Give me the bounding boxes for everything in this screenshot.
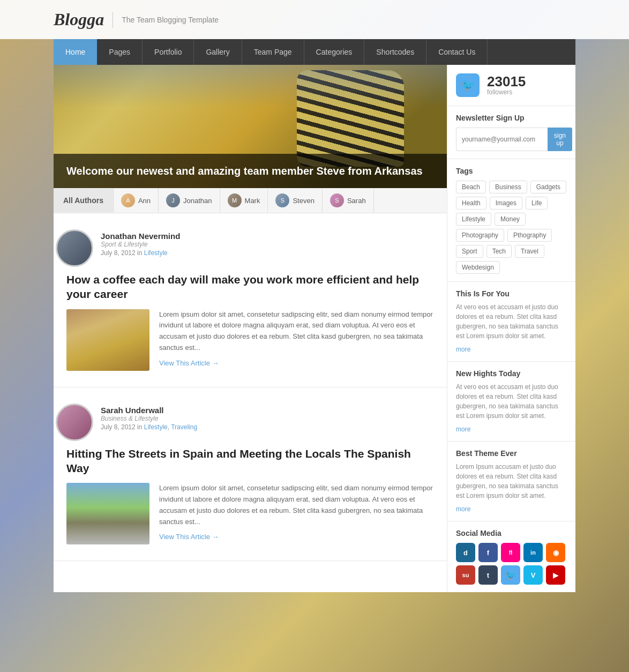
sidebar-post-2-more[interactable]: more xyxy=(456,425,470,433)
social-icon-tumblr[interactable]: t xyxy=(478,565,498,585)
content-area: Welcome our newest and amazing team memb… xyxy=(54,65,447,592)
social-icon-rss[interactable]: ◉ xyxy=(546,543,565,562)
social-title: Social Media xyxy=(456,529,567,537)
sidebar-post-1-more[interactable]: more xyxy=(456,346,470,353)
article-1-title: How a coffee each day will make you work… xyxy=(66,272,434,302)
site-tagline: The Team Blogging Template xyxy=(122,16,219,24)
tags-container: Beach Business Gadgets Health Images Lif… xyxy=(456,181,567,274)
avatar-ann: A xyxy=(121,193,135,207)
tags-section: Tags Beach Business Gadgets Health Image… xyxy=(447,159,575,282)
article-2-meta: July 8, 2012 in Lifestyle, Traveling xyxy=(101,423,197,431)
social-icon-flickr[interactable]: fl xyxy=(501,543,520,562)
tag-tech[interactable]: Tech xyxy=(486,245,512,258)
article-2: Sarah Underwall Business & Lifestyle Jul… xyxy=(54,387,447,562)
sidebar-post-1: This Is For You At vero eos et accusam e… xyxy=(447,282,575,362)
social-icon-youtube[interactable]: ▶ xyxy=(546,565,565,585)
tag-business[interactable]: Business xyxy=(489,181,527,193)
main-nav: Home Pages Portfolio Gallery Team Page C… xyxy=(54,39,575,65)
hero-banner: Welcome our newest and amazing team memb… xyxy=(54,65,447,188)
social-icon-linkedin[interactable]: in xyxy=(523,543,543,562)
article-1-avatar xyxy=(56,229,93,267)
nav-contact-us[interactable]: Contact Us xyxy=(426,39,488,65)
sidebar-post-1-text: At vero eos et accusam et justo duo dolo… xyxy=(456,302,567,341)
sidebar-post-3: Best Theme Ever Lorem Ipsum accusam et j… xyxy=(447,442,575,521)
tag-pthography[interactable]: Pthography xyxy=(507,229,552,242)
social-icon-twitter[interactable]: 🐦 xyxy=(501,565,520,585)
article-1-author-role: Sport & Lifestyle xyxy=(101,241,180,248)
avatar-sarah: S xyxy=(330,193,344,207)
newsletter-title: Newsletter Sign Up xyxy=(456,114,567,122)
tag-photography[interactable]: Photography xyxy=(456,229,504,242)
article-1-thumbnail xyxy=(66,309,149,371)
article-2-category2[interactable]: Traveling xyxy=(171,423,197,431)
tag-life[interactable]: Life xyxy=(526,197,548,210)
newsletter-button[interactable]: sign up xyxy=(548,128,572,151)
social-section: Social Media d f fl in ◉ su t 🐦 V ▶ xyxy=(447,521,575,592)
article-2-title: Hitting The Streets in Spain and Meeting… xyxy=(66,446,434,476)
social-icons: d f fl in ◉ su t 🐦 V ▶ xyxy=(456,543,567,585)
article-2-thumbnail xyxy=(66,483,149,544)
article-1-meta: July 8, 2012 in Lifestyle xyxy=(101,249,180,257)
article-1-excerpt: Lorem ipsum dolor sit amet, consetetur s… xyxy=(159,309,434,354)
newsletter-input[interactable] xyxy=(456,128,548,151)
header-divider xyxy=(113,12,113,28)
sidebar-post-2-title: New Hights Today xyxy=(456,369,567,378)
article-2-category[interactable]: Lifestyle xyxy=(144,423,168,431)
twitter-count: 23015 xyxy=(487,74,526,88)
hero-caption: Welcome our newest and amazing team memb… xyxy=(54,154,447,188)
avatar-jonathan: J xyxy=(166,193,180,207)
twitter-widget: 🐦 23015 followers xyxy=(447,65,575,106)
newsletter-section: Newsletter Sign Up sign up xyxy=(447,106,575,159)
social-icon-vimeo[interactable]: V xyxy=(523,565,543,585)
avatar-mark: M xyxy=(228,193,242,207)
nav-team-page[interactable]: Team Page xyxy=(242,39,304,65)
author-tab-steven[interactable]: S Steven xyxy=(268,188,322,213)
social-icon-digg[interactable]: d xyxy=(456,543,475,562)
sidebar-post-2: New Hights Today At vero eos et accusam … xyxy=(447,362,575,442)
twitter-icon: 🐦 xyxy=(456,73,480,97)
social-icon-facebook[interactable]: f xyxy=(478,543,498,562)
sidebar-post-2-text: At vero eos et accusam et justo duo dolo… xyxy=(456,382,567,421)
article-2-excerpt: Lorem ipsum dolor sit amet, consetetur s… xyxy=(159,483,434,527)
nav-portfolio[interactable]: Portfolio xyxy=(143,39,194,65)
article-2-author-role: Business & Lifestyle xyxy=(101,415,197,422)
sidebar-post-3-title: Best Theme Ever xyxy=(456,449,567,458)
article-2-author-name: Sarah Underwall xyxy=(101,406,197,415)
article-2-view-link[interactable]: View This Article → xyxy=(159,533,219,541)
author-bar: All Authors A Ann J Jonathan M Mark S St… xyxy=(54,188,447,213)
article-1: Jonathan Nevermind Sport & Lifestyle Jul… xyxy=(54,213,447,387)
tag-health[interactable]: Health xyxy=(456,197,486,210)
tag-sport[interactable]: Sport xyxy=(456,245,483,258)
article-2-avatar xyxy=(56,404,93,441)
sidebar-post-3-more[interactable]: more xyxy=(456,505,470,513)
tag-webdesign[interactable]: Webdesign xyxy=(456,261,500,274)
tag-money[interactable]: Money xyxy=(495,213,526,226)
tag-lifestyle[interactable]: Lifestyle xyxy=(456,213,491,226)
article-1-view-link[interactable]: View This Article → xyxy=(159,359,219,367)
author-tab-sarah[interactable]: S Sarah xyxy=(323,188,374,213)
author-tab-jonathan[interactable]: J Jonathan xyxy=(159,188,220,213)
avatar-steven: S xyxy=(275,193,289,207)
tag-gadgets[interactable]: Gadgets xyxy=(530,181,566,193)
nav-home[interactable]: Home xyxy=(54,39,97,65)
site-header: Blogga The Team Blogging Template xyxy=(0,0,629,39)
twitter-label: followers xyxy=(487,88,526,96)
tag-images[interactable]: Images xyxy=(490,197,522,210)
author-tab-ann[interactable]: A Ann xyxy=(114,188,159,213)
nav-categories[interactable]: Categories xyxy=(304,39,365,65)
article-1-author-name: Jonathan Nevermind xyxy=(101,232,180,241)
site-logo: Blogga xyxy=(54,10,104,29)
newsletter-form: sign up xyxy=(456,128,567,151)
sidebar-post-3-text: Lorem Ipsum accusam et justo duo dolores… xyxy=(456,462,567,501)
tag-travel[interactable]: Travel xyxy=(515,245,544,258)
sidebar: 🐦 23015 followers Newsletter Sign Up sig… xyxy=(447,65,575,592)
all-authors-tab[interactable]: All Authors xyxy=(54,189,114,212)
nav-pages[interactable]: Pages xyxy=(97,39,143,65)
article-1-category[interactable]: Lifestyle xyxy=(144,249,168,257)
social-icon-stumbleupon[interactable]: su xyxy=(456,565,475,585)
main-container: Welcome our newest and amazing team memb… xyxy=(54,65,575,592)
nav-shortcodes[interactable]: Shortcodes xyxy=(364,39,426,65)
tag-beach[interactable]: Beach xyxy=(456,181,486,193)
nav-gallery[interactable]: Gallery xyxy=(194,39,242,65)
author-tab-mark[interactable]: M Mark xyxy=(220,188,268,213)
